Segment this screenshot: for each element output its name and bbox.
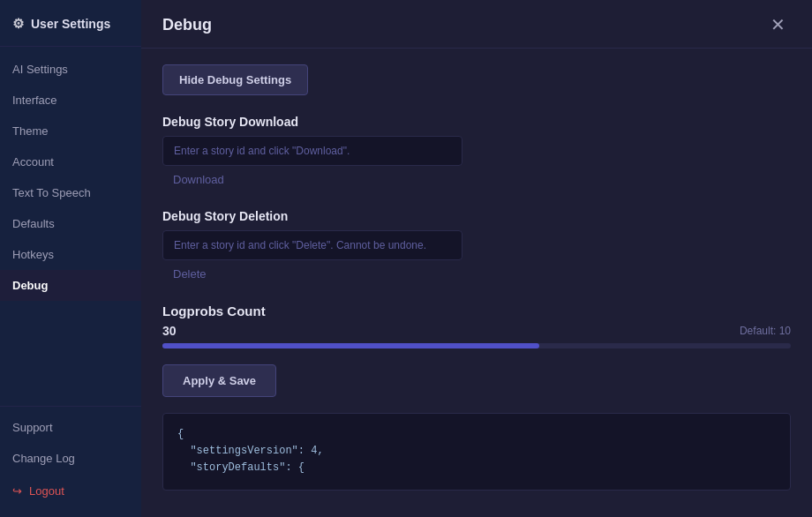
sidebar-item-change-log[interactable]: Change Log [0,443,141,474]
sidebar-bottom: Support Change Log ↪ Logout [0,406,141,517]
sidebar-item-interface[interactable]: Interface [0,85,141,116]
sidebar-title: ⚙ User Settings [0,0,141,47]
main-panel: Debug ✕ Hide Debug Settings Debug Story … [141,0,812,517]
sidebar-item-text-to-speech[interactable]: Text To Speech [0,177,141,208]
sidebar-item-hotkeys[interactable]: Hotkeys [0,239,141,270]
sidebar-item-theme[interactable]: Theme [0,116,141,146]
download-button[interactable]: Download [162,166,235,193]
settings-icon: ⚙ [12,16,24,32]
main-header: Debug ✕ [141,0,812,49]
delete-button[interactable]: Delete [162,260,217,288]
logprobs-title: Logprobs Count [162,303,791,318]
page-title: Debug [162,16,212,34]
sidebar-item-account[interactable]: Account [0,146,141,177]
logout-label: Logout [29,484,64,498]
sidebar-logout-button[interactable]: ↪ Logout [0,474,141,508]
apply-save-button[interactable]: Apply & Save [162,364,276,397]
logprobs-value: 30 [162,324,177,338]
main-body: Hide Debug Settings Debug Story Download… [141,49,812,517]
logprobs-row: 30 Default: 10 [162,324,791,338]
debug-story-download-input[interactable] [162,136,462,166]
json-preview: { "settingsVersion": 4, "storyDefaults":… [162,413,791,491]
logprobs-section: Logprobs Count 30 Default: 10 [162,303,791,348]
sidebar: ⚙ User Settings AI Settings Interface Th… [0,0,141,517]
debug-story-deletion-title: Debug Story Deletion [162,209,791,223]
debug-story-deletion-input[interactable] [162,230,462,260]
debug-story-download-title: Debug Story Download [162,115,791,129]
logprobs-slider-track[interactable] [162,343,791,348]
sidebar-item-ai-settings[interactable]: AI Settings [0,54,141,85]
hide-debug-settings-button[interactable]: Hide Debug Settings [162,64,308,95]
sidebar-item-support[interactable]: Support [0,412,141,443]
sidebar-nav: AI Settings Interface Theme Account Text… [0,47,141,406]
logprobs-default: Default: 10 [740,325,791,337]
sidebar-item-defaults[interactable]: Defaults [0,208,141,239]
logprobs-slider-fill [162,343,539,348]
logout-icon: ↪ [12,484,22,498]
sidebar-item-debug[interactable]: Debug [0,270,141,301]
sidebar-title-text: User Settings [31,17,110,31]
close-button[interactable]: ✕ [765,14,791,35]
